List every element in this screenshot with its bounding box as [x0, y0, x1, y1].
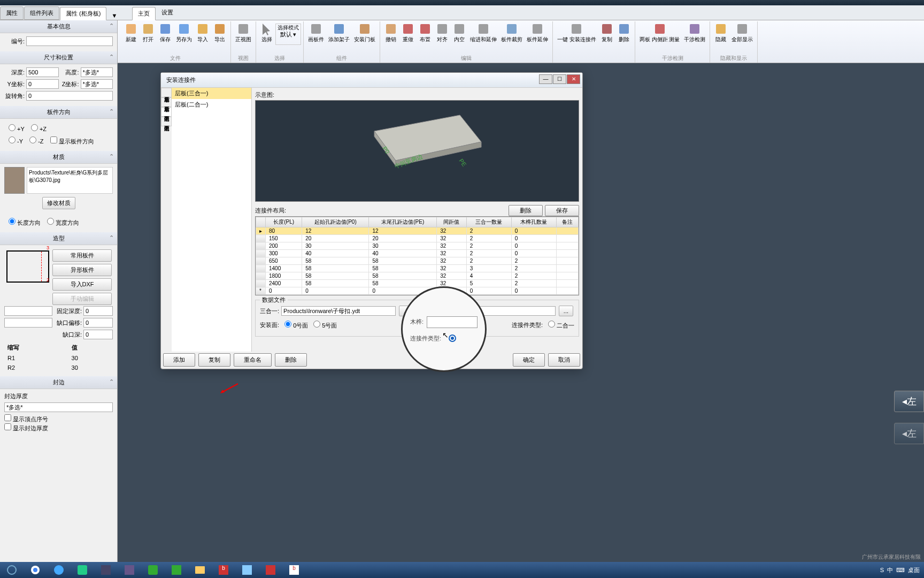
select-mode-value: 默认	[280, 31, 292, 39]
svg-rect-18	[572, 24, 581, 34]
ribbon-group-select-label: 选择	[274, 55, 285, 62]
ribbon-button[interactable]: 导入	[194, 21, 211, 54]
svg-rect-12	[420, 24, 430, 34]
tab-property[interactable]: 属性	[0, 6, 24, 20]
ribbon-button[interactable]: 隐藏	[712, 21, 729, 54]
collapse-icon[interactable]: ⌃	[109, 22, 114, 29]
ribbon-button[interactable]: 导出	[211, 21, 228, 54]
ribbon-button[interactable]: 安装门板	[352, 21, 378, 54]
ribbon-button[interactable]: 两板 内侧距 测量	[637, 21, 682, 54]
svg-rect-13	[437, 24, 447, 34]
svg-rect-19	[602, 24, 612, 34]
select-button[interactable]: 选择	[258, 21, 275, 54]
ribbon-button[interactable]: 缩进和延伸	[468, 21, 499, 54]
svg-rect-22	[690, 24, 699, 34]
number-label: 编号:	[4, 37, 25, 45]
main-tab-home[interactable]: 主页	[132, 7, 156, 20]
svg-rect-1	[143, 24, 153, 34]
number-input[interactable]	[26, 36, 113, 46]
svg-rect-2	[160, 24, 170, 34]
svg-rect-23	[716, 24, 726, 34]
select-mode-dropdown[interactable]: 选择模式 默认▾	[275, 24, 301, 45]
ribbon-button[interactable]: 画板件	[306, 21, 326, 54]
svg-rect-14	[455, 24, 464, 34]
panel-basic-header: 基本信息⌃	[0, 20, 117, 33]
svg-rect-21	[655, 24, 665, 34]
collapse-icon[interactable]: ⌃	[109, 54, 114, 60]
svg-rect-9	[360, 24, 369, 34]
ribbon-button[interactable]: 对齐	[434, 21, 451, 54]
ribbon-button[interactable]: 删除	[615, 21, 633, 54]
svg-rect-3	[179, 24, 189, 34]
ribbon-group-interference-label: 干涉检测	[662, 55, 683, 62]
svg-rect-20	[619, 24, 629, 34]
ribbon-group-file-label: 文件	[170, 55, 181, 62]
svg-rect-15	[479, 24, 488, 34]
ribbon-button[interactable]: 添加架子	[326, 21, 352, 54]
ribbon-button[interactable]: 打开	[140, 21, 157, 54]
ribbon-group-view-label: 视图	[238, 55, 249, 62]
svg-rect-4	[198, 24, 207, 34]
panel-size-header: 尺寸和位置⌃	[0, 51, 117, 63]
ribbon-button[interactable]: 内空	[451, 21, 468, 54]
side-panel: 基本信息⌃ 编号: 尺寸和位置⌃ 深度: 高度: Y坐标: Z坐标: 旋转角: …	[0, 20, 118, 63]
svg-rect-24	[737, 24, 747, 34]
ribbon-button[interactable]: 保存	[157, 21, 174, 54]
ribbon-group-component-label: 组件	[336, 55, 347, 62]
ribbon-button[interactable]: 正视图	[233, 21, 253, 54]
select-label: 选择	[261, 36, 272, 42]
ribbon-button[interactable]: 全部显示	[729, 21, 755, 54]
svg-rect-6	[238, 24, 248, 34]
svg-rect-10	[386, 24, 396, 34]
tab-property-board[interactable]: 属性 (柜身板)	[60, 7, 106, 20]
select-mode-label: 选择模式	[278, 25, 299, 31]
ribbon-button[interactable]: 板件延伸	[525, 21, 550, 54]
svg-rect-7	[311, 24, 321, 34]
ribbon-button[interactable]: 板件裁剪	[499, 21, 525, 54]
svg-rect-17	[533, 24, 542, 34]
ribbon-button[interactable]: 重做	[399, 21, 417, 54]
tab-dropdown-icon[interactable]: ▼	[107, 11, 121, 20]
main-tab-settings[interactable]: 设置	[156, 6, 179, 20]
ribbon-group-hide-label: 隐藏和显示	[720, 55, 747, 62]
ribbon: 新建打开保存另存为导入导出 文件 正视图 视图 选择 选择模式 默认▾ 选择 画…	[0, 20, 924, 63]
ribbon-button[interactable]: 一键 安装连接件	[555, 21, 598, 54]
ribbon-button[interactable]: 布置	[417, 21, 434, 54]
ribbon-button[interactable]: 另存为	[174, 21, 194, 54]
svg-rect-8	[334, 24, 344, 34]
ribbon-group-edit-label: 编辑	[461, 55, 472, 62]
tab-component-list[interactable]: 组件列表	[24, 6, 59, 20]
ribbon-button[interactable]: 撤销	[382, 21, 399, 54]
ribbon-button[interactable]: 新建	[122, 21, 140, 54]
svg-rect-0	[126, 24, 136, 34]
svg-rect-11	[403, 24, 413, 34]
ribbon-button[interactable]: 干涉检测	[682, 21, 707, 54]
svg-rect-5	[215, 24, 225, 34]
ribbon-button[interactable]: 复制	[598, 21, 615, 54]
svg-rect-16	[507, 24, 517, 34]
tab-bar: 属性 组件列表 属性 (柜身板) ▼ 主页 设置	[0, 5, 924, 20]
